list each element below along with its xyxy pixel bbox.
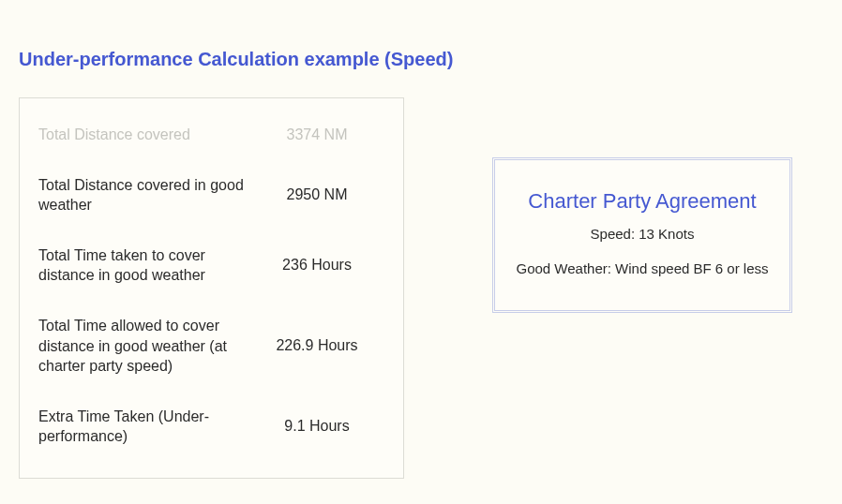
- agreement-title: Charter Party Agreement: [506, 188, 778, 215]
- table-row: Total Time taken to cover distance in go…: [38, 245, 384, 286]
- charter-party-agreement-box: Charter Party Agreement Speed: 13 Knots …: [492, 157, 792, 313]
- row-value: 3374 NM: [249, 126, 384, 143]
- row-value: 226.9 Hours: [249, 337, 384, 354]
- table-row: Total Distance covered in good weather 2…: [38, 175, 384, 215]
- row-label: Extra Time Taken (Under-performance): [38, 407, 249, 447]
- row-value: 2950 NM: [249, 186, 384, 203]
- row-label: Total Distance covered in good weather: [38, 175, 249, 215]
- page-title: Under-performance Calculation example (S…: [19, 49, 453, 70]
- table-row: Extra Time Taken (Under-performance) 9.1…: [38, 407, 384, 447]
- row-value: 9.1 Hours: [249, 418, 384, 435]
- row-value: 236 Hours: [249, 257, 384, 274]
- calculation-table: Total Distance covered 3374 NM Total Dis…: [19, 97, 404, 479]
- agreement-weather: Good Weather: Wind speed BF 6 or less: [506, 260, 778, 276]
- table-row: Total Time allowed to cover distance in …: [38, 316, 384, 377]
- row-label: Total Distance covered: [38, 125, 249, 145]
- table-row: Total Distance covered 3374 NM: [38, 125, 384, 145]
- agreement-speed: Speed: 13 Knots: [506, 226, 778, 242]
- row-label: Total Time allowed to cover distance in …: [38, 316, 249, 377]
- row-label: Total Time taken to cover distance in go…: [38, 245, 249, 286]
